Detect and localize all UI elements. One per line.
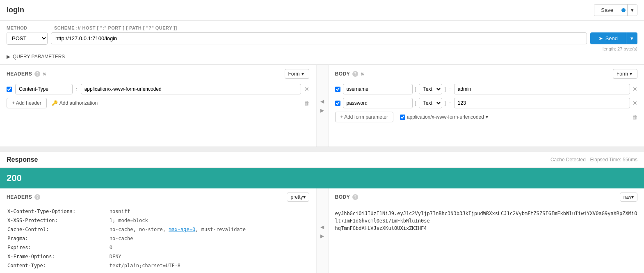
collapse-right-arrow[interactable]: ▶	[320, 108, 324, 113]
resp-header-val-5: 0	[110, 243, 308, 252]
resp-body-title: BODY ?	[335, 194, 359, 200]
bracket-close-2: ]	[445, 100, 446, 106]
request-section: METHOD SCHEME :// HOST [ ":" PORT ] [ PA…	[0, 21, 644, 65]
resp-header-val-7: text/plain;charset=UTF-8	[110, 262, 308, 270]
max-age-link[interactable]: max-age=0	[169, 227, 195, 232]
encoding-badge: application/x-www-form-urlencoded ▾	[400, 114, 488, 120]
header-checkbox-1[interactable]	[7, 87, 12, 92]
raw-label: raw	[623, 194, 631, 200]
body-form-label: Form	[617, 71, 628, 77]
request-panels: HEADERS ? ⇅ Form ▾ : ✕ + Add header 🔑 Ad…	[0, 65, 644, 147]
pretty-chevron: ▾	[303, 194, 306, 200]
resp-header-row-1: X-Content-Type-Options: nosniff	[7, 207, 308, 216]
resp-header-key-1: X-Content-Type-Options:	[7, 207, 109, 216]
body-info-icon: ?	[352, 71, 358, 77]
headers-form-label: Form	[288, 71, 300, 77]
pretty-dropdown[interactable]: pretty ▾	[287, 193, 309, 202]
resp-header-val-2: 1; mode=block	[110, 216, 308, 225]
collapse-left-arrow[interactable]: ◀	[320, 99, 324, 104]
panels-divider: ◀ ▶	[316, 65, 329, 147]
key-icon: 🔑	[52, 100, 58, 106]
send-icon: ➤	[598, 35, 603, 41]
method-select[interactable]: POST GET PUT DELETE PATCH	[7, 32, 48, 45]
send-dropdown-button[interactable]: ▾	[626, 32, 637, 44]
status-bar: 200	[0, 168, 644, 188]
body-val-input-2[interactable]	[454, 98, 630, 108]
headers-panel-header: HEADERS ? ⇅ Form ▾	[7, 69, 309, 79]
save-dropdown-button[interactable]: ▾	[627, 5, 637, 16]
resp-header-row-4: Pragma: no-cache	[7, 234, 308, 243]
header-remove-btn-1[interactable]: ✕	[304, 86, 309, 92]
body-key-input-2[interactable]	[343, 98, 413, 108]
resp-body-label: BODY	[335, 194, 350, 200]
field-labels: METHOD SCHEME :// HOST [ ":" PORT ] [ PA…	[7, 25, 637, 30]
top-bar: login Save ▾	[0, 0, 644, 21]
header-key-input-1[interactable]	[15, 84, 73, 94]
body-panel: BODY ? ⇅ Form ▾ [ Text File ] = ✕	[329, 65, 644, 147]
body-type-select-1[interactable]: Text File	[419, 84, 442, 94]
resp-header-key-5: Expires:	[7, 243, 109, 252]
resp-body-info-icon: ?	[352, 194, 358, 200]
page-title: login	[7, 6, 24, 14]
send-button[interactable]: ➤ Send	[590, 32, 626, 44]
headers-info-icon: ?	[34, 71, 40, 77]
method-dropdown[interactable]: POST GET PUT DELETE PATCH	[7, 32, 47, 44]
resp-header-key-3: Cache-Control:	[7, 225, 109, 234]
resp-header-val-3: no-cache, no-store, max-age=0, must-reva…	[110, 225, 308, 234]
section-divider	[0, 147, 644, 152]
header-row-1: : ✕	[7, 84, 309, 94]
add-auth-label: Add authorization	[59, 100, 98, 106]
resp-collapse-left[interactable]: ◀	[320, 224, 324, 230]
resp-header-key-6: X-Frame-Options:	[7, 252, 109, 261]
resp-header-key-7: Content-Type:	[7, 262, 109, 270]
resp-header-key-4: Pragma:	[7, 234, 109, 243]
response-header: Response Cache Detected - Elapsed Time: …	[0, 152, 644, 168]
save-button[interactable]: Save	[594, 5, 620, 16]
body-checkbox-2[interactable]	[335, 101, 340, 106]
raw-dropdown[interactable]: raw ▾	[620, 193, 637, 202]
response-body-content: eyJhbGciOiJIUzI1NiJ9.eyJ1c2VyIjp7InBhc3N…	[335, 206, 638, 235]
send-button-group[interactable]: ➤ Send ▾	[590, 32, 637, 44]
trash-icon[interactable]: 🗑	[304, 100, 309, 106]
body-type-select-2[interactable]: Text File	[419, 98, 442, 108]
headers-form-dropdown[interactable]: Form ▾	[285, 69, 309, 79]
query-params-arrow: ▶	[7, 54, 10, 60]
resp-header-row-2: X-XSS-Protection: 1; mode=block	[7, 216, 308, 225]
body-checkbox-1[interactable]	[335, 87, 340, 92]
resp-headers-label: HEADERS	[7, 194, 32, 200]
response-body-panel: BODY ? raw ▾ eyJhbGciOiJIUzI1NiJ9.eyJ1c2…	[329, 188, 644, 273]
resp-header-row-3: Cache-Control: no-cache, no-store, max-a…	[7, 225, 308, 234]
body-remove-btn-1[interactable]: ✕	[633, 86, 637, 92]
headers-label: HEADERS	[7, 71, 32, 77]
elapsed-time: Cache Detected - Elapsed Time: 556ms	[550, 157, 637, 163]
resp-headers-table: X-Content-Type-Options: nosniff X-XSS-Pr…	[7, 206, 309, 271]
body-row-2: [ Text File ] = ✕	[335, 98, 638, 108]
body-key-input-1[interactable]	[343, 84, 413, 94]
response-panels-divider: ◀ ▶	[316, 188, 329, 273]
add-header-button[interactable]: + Add header	[7, 98, 47, 108]
header-val-input-1[interactable]	[81, 84, 301, 94]
resp-header-key-2: X-XSS-Protection:	[7, 216, 109, 225]
body-trash-icon[interactable]: 🗑	[632, 114, 637, 120]
body-panel-header: BODY ? ⇅ Form ▾	[335, 69, 638, 79]
header-colon-1: :	[76, 86, 78, 92]
resp-header-val-1: nosniff	[110, 207, 308, 216]
resp-headers-title: HEADERS ?	[7, 194, 40, 200]
body-val-input-1[interactable]	[454, 84, 630, 94]
headers-panel-title: HEADERS ? ⇅	[7, 71, 46, 77]
save-button-group[interactable]: Save ▾	[594, 4, 637, 16]
body-remove-btn-2[interactable]: ✕	[633, 100, 637, 106]
send-label: Send	[605, 35, 618, 41]
encoding-checkbox[interactable]	[400, 115, 405, 120]
bracket-close-1: ]	[445, 86, 446, 92]
response-title: Response	[7, 156, 38, 163]
query-params-toggle[interactable]: ▶ QUERY PARAMETERS	[7, 54, 637, 60]
add-auth-button[interactable]: 🔑 Add authorization	[52, 100, 98, 106]
body-form-dropdown[interactable]: Form ▾	[613, 69, 637, 79]
pretty-label: pretty	[290, 194, 303, 200]
add-param-button[interactable]: + Add form parameter	[335, 112, 393, 122]
url-input[interactable]	[51, 32, 587, 44]
url-label: SCHEME :// HOST [ ":" PORT ] [ PATH [ "?…	[54, 25, 177, 30]
resp-collapse-right[interactable]: ▶	[320, 233, 324, 239]
encoding-label: application/x-www-form-urlencoded	[407, 114, 484, 120]
